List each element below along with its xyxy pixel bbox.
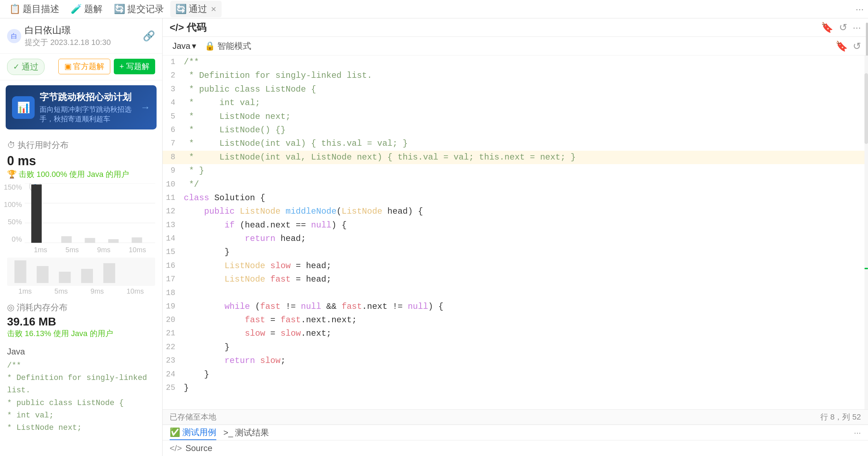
- status-bar: 已存储至本地 行 8，列 52: [163, 409, 868, 425]
- line-content-16: ListNode slow = head;: [182, 259, 868, 273]
- smart-mode-label: 智能模式: [217, 40, 251, 52]
- m-x-9ms: 9ms: [90, 287, 104, 295]
- tab-pass[interactable]: 🔄 通过 ✕: [170, 1, 222, 17]
- toolbar-refresh-icon[interactable]: ↺: [853, 40, 861, 52]
- submit-label: 提交于: [25, 38, 48, 47]
- editor-scroll-thumb[interactable]: [864, 73, 868, 144]
- svg-rect-11: [14, 260, 27, 283]
- language-selector[interactable]: Java ▾: [170, 40, 199, 52]
- memory-section: ◎ 消耗内存分布 39.16 MB 击败 16.13% 使用 Java 的用户: [0, 299, 162, 342]
- line-content-4: * int val;: [182, 96, 868, 110]
- code-line-15: 15 }: [163, 246, 868, 259]
- line-num-21: 21: [163, 327, 182, 340]
- nav-more-icon: ···: [856, 4, 864, 15]
- line-content-17: ListNode fast = head;: [182, 273, 868, 286]
- line-num-13: 13: [163, 219, 182, 231]
- status-badge: ✓ 通过: [7, 59, 45, 75]
- official-label: 官方题解: [73, 61, 104, 72]
- svg-rect-9: [108, 239, 119, 243]
- refresh-button[interactable]: ↺: [839, 22, 847, 33]
- runtime-value: 0 ms: [7, 154, 155, 168]
- line-content-7: * ListNode(int val) { this.val = val; }: [182, 137, 868, 150]
- m-x-10ms: 10ms: [127, 287, 144, 295]
- line-num-15: 15: [163, 246, 182, 258]
- line-num-9: 9: [163, 164, 182, 177]
- editor-scrollbar-track[interactable]: [864, 56, 868, 409]
- code-toolbar: Java ▾ 🔒 智能模式 🔖 ↺: [163, 37, 868, 56]
- toolbar-bookmark-icon[interactable]: 🔖: [835, 40, 848, 52]
- editor-title-text: 代码: [187, 21, 206, 34]
- official-solution-button[interactable]: ▣ 官方题解: [58, 59, 110, 74]
- chart-inner: 150% 100% 50% 0%: [7, 183, 155, 254]
- line-num-4: 4: [163, 96, 182, 109]
- test-result-label: 测试结果: [235, 427, 269, 438]
- code-line-25: 25 }: [163, 381, 868, 395]
- profile-link-icon[interactable]: 🔗: [143, 30, 155, 42]
- editor-more-button[interactable]: ···: [853, 22, 861, 33]
- source-label: Source: [186, 443, 212, 453]
- nav-more-button[interactable]: ···: [856, 4, 864, 15]
- write-label: + 写题解: [119, 61, 149, 72]
- code-line-13: 13 if (head.next == null) {: [163, 219, 868, 232]
- line-content-21: slow = slow.next;: [182, 327, 868, 340]
- line-content-5: * ListNode next;: [182, 110, 868, 123]
- user-info-section: 白 白日依山璟 提交于 2023.12.18 10:30 🔗: [0, 18, 162, 54]
- m-x-5ms: 5ms: [54, 287, 68, 295]
- line-content-22: }: [182, 341, 868, 354]
- line-num-20: 20: [163, 313, 182, 326]
- code-line-11: 11 class Solution {: [163, 191, 868, 205]
- code-line-18: 18: [163, 287, 868, 300]
- submit-date: 2023.12.18 10:30: [50, 38, 111, 47]
- memory-beat: 击败 16.13% 使用 Java 的用户: [7, 328, 155, 339]
- tab-test-case[interactable]: ✅ 测试用例: [170, 425, 216, 440]
- tab-pass-close[interactable]: ✕: [211, 5, 217, 13]
- chart-plot: 👤: [25, 183, 155, 243]
- tab-test-result[interactable]: >_ 测试结果: [223, 426, 269, 440]
- line-num-6: 6: [163, 123, 182, 136]
- toolbar-right: 🔖 ↺: [835, 40, 861, 52]
- code-line-19: 19 while (fast != null && fast.next != n…: [163, 300, 868, 313]
- code-line-5: * ListNode next;: [7, 422, 155, 434]
- tab-submissions[interactable]: 🔄 提交记录: [109, 1, 169, 17]
- code-line-10: 10 */: [163, 178, 868, 191]
- user-details: 白日依山璟 提交于 2023.12.18 10:30: [25, 24, 111, 48]
- code-line-12: 12 public ListNode middleNode(ListNode h…: [163, 205, 868, 218]
- bookmark-button[interactable]: 🔖: [821, 22, 833, 33]
- ad-title: 字节跳动秋招心动计划: [40, 91, 135, 103]
- bottom-tab-more-button[interactable]: ···: [854, 428, 861, 438]
- code-line-3: 3 * public class ListNode {: [163, 83, 868, 96]
- left-scroll-area[interactable]: 白 白日依山璟 提交于 2023.12.18 10:30 🔗: [0, 18, 162, 456]
- line-content-20: fast = fast.next.next;: [182, 313, 868, 327]
- line-num-18: 18: [163, 287, 182, 299]
- line-content-10: */: [182, 178, 868, 191]
- runtime-title-text: 执行用时分布: [18, 139, 69, 151]
- code-line-1: /**: [7, 359, 155, 372]
- ad-banner[interactable]: 📊 字节跳动秋招心动计划 面向短期冲刺字节跳动秋招选手，秋招寄道顺利超车 →: [6, 85, 157, 129]
- test-case-check-icon: ✅: [170, 427, 180, 437]
- official-icon: ▣: [64, 62, 72, 71]
- code-line-1: 1 /**: [163, 56, 868, 69]
- right-topbar: </> 代码 🔖 ↺ ···: [163, 18, 868, 37]
- line-num-19: 19: [163, 300, 182, 313]
- tab-description[interactable]: 📋 题目描述: [4, 1, 64, 17]
- svg-rect-8: [85, 238, 95, 243]
- user-info-left: 白 白日依山璟 提交于 2023.12.18 10:30: [7, 24, 111, 48]
- code-editor[interactable]: 1 /** 2 * Definition for singly-linked l…: [163, 56, 868, 409]
- code-line-2: * Definition for singly-linked list.: [7, 372, 155, 397]
- runtime-chart: 150% 100% 50% 0%: [0, 180, 162, 256]
- code-line-16: 16 ListNode slow = head;: [163, 259, 868, 273]
- line-content-3: * public class ListNode {: [182, 83, 868, 96]
- x-label-5ms: 5ms: [65, 246, 79, 254]
- source-bar: </> Source: [163, 440, 868, 456]
- line-num-11: 11: [163, 191, 182, 204]
- code-line-5: 5 * ListNode next;: [163, 110, 868, 123]
- line-num-12: 12: [163, 205, 182, 218]
- tab-solution[interactable]: 🧪 题解: [66, 1, 107, 17]
- line-num-25: 25: [163, 381, 182, 394]
- action-buttons: ▣ 官方题解 + 写题解: [58, 59, 155, 74]
- line-content-1: /**: [182, 56, 868, 69]
- memory-chart: [7, 258, 155, 286]
- line-content-14: return head;: [182, 232, 868, 246]
- write-solution-button[interactable]: + 写题解: [114, 59, 155, 74]
- code-line-2: 2 * Definition for singly-linked list.: [163, 69, 868, 82]
